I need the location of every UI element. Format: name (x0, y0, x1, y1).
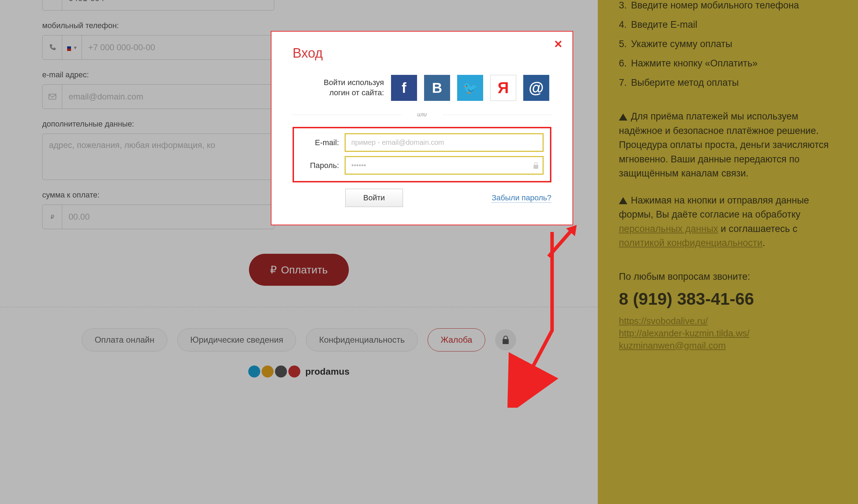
contact-link[interactable]: kuzminanwen@gmail.com (619, 340, 840, 351)
modal-password-label: Пароль: (300, 161, 339, 170)
modal-email-input[interactable] (346, 134, 543, 151)
modal-password-input[interactable] (346, 157, 529, 174)
login-button[interactable]: Войти (345, 189, 403, 207)
contact-heading: По любым вопросам звоните: (619, 271, 840, 282)
twitter-login-button[interactable]: 🐦 (457, 75, 483, 101)
social-login-label: Войти используя логин от сайта: (293, 78, 384, 98)
contact-link[interactable]: http://alexander-kuzmin.tilda.ws/ (619, 328, 840, 339)
warning-icon (619, 197, 627, 204)
close-button[interactable]: ✕ (554, 38, 563, 50)
personal-data-link[interactable]: персональных данных (619, 224, 718, 234)
warning-icon (619, 114, 627, 121)
facebook-login-button[interactable]: f (391, 75, 417, 101)
credentials-highlight: E-mail: Пароль: (293, 127, 551, 182)
info-para-security: Для приёма платежей мы используем надёжн… (619, 109, 840, 181)
lock-icon (529, 162, 543, 169)
info-sidebar: 3.Введите номер мобильного телефона 4.Вв… (598, 0, 858, 504)
modal-email-label: E-mail: (300, 138, 339, 147)
contact-phone: 8 (919) 383-41-66 (619, 289, 840, 309)
step-item: 3.Введите номер мобильного телефона (619, 0, 840, 11)
yandex-login-button[interactable]: Я (490, 75, 516, 101)
contact-link[interactable]: https://svobodalive.ru/ (619, 316, 840, 327)
login-modal: ✕ Вход Войти используя логин от сайта: f… (271, 31, 573, 225)
modal-title: Вход (293, 46, 551, 61)
step-item: 7.Выберите метод оплаты (619, 77, 840, 88)
mailru-login-button[interactable]: @ (523, 75, 549, 101)
step-item: 5.Укажите сумму оплаты (619, 39, 840, 50)
or-divider: или (293, 111, 551, 118)
step-item: 4.Введите E-mail (619, 19, 840, 30)
forgot-password-link[interactable]: Забыли пароль? (492, 193, 551, 203)
info-para-consent: Нажимая на кнопки и отправляя данные фор… (619, 193, 840, 250)
step-item: 6.Нажмите кнопку «Оплатить» (619, 58, 840, 69)
privacy-policy-link[interactable]: политикой конфиденциальности (619, 238, 762, 248)
vk-login-button[interactable]: B (424, 75, 450, 101)
